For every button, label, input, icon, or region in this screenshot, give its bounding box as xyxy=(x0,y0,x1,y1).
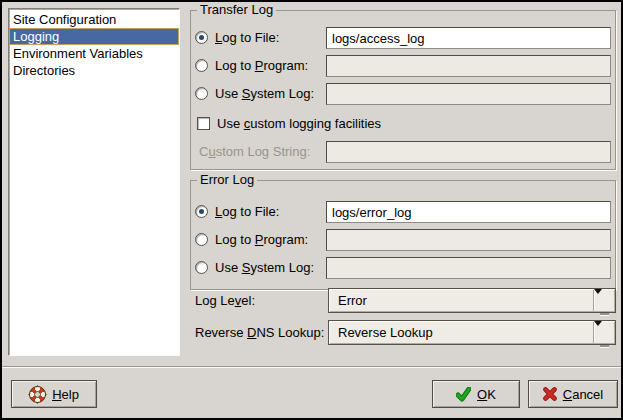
custom-logging-row: Use custom logging facilities xyxy=(195,115,609,133)
dropdown-arrow-icon xyxy=(593,322,614,343)
error-use-system-log-label[interactable]: Use System Log: xyxy=(215,260,314,275)
ok-check-icon xyxy=(456,387,471,402)
transfer-log-file-input[interactable]: logs/access_log xyxy=(326,27,611,49)
transfer-log-to-file-radio[interactable] xyxy=(195,31,208,44)
ok-button-label: OK xyxy=(477,387,496,402)
error-log-program-input xyxy=(326,229,611,251)
custom-log-string-row: Custom Log String: xyxy=(195,141,609,163)
transfer-use-system-log-label[interactable]: Use System Log: xyxy=(215,86,314,101)
error-use-system-log-row: Use System Log: xyxy=(195,257,609,279)
error-log-to-file-row: Log to File: logs/error_log xyxy=(195,201,609,223)
error-log-to-program-row: Log to Program: xyxy=(195,229,609,251)
transfer-log-group: Transfer Log Log to File: logs/access_lo… xyxy=(190,10,616,170)
transfer-log-to-program-label[interactable]: Log to Program: xyxy=(215,58,308,73)
transfer-system-log-input xyxy=(326,83,611,105)
logging-settings-dialog: Site Configuration Logging Environment V… xyxy=(0,0,623,420)
transfer-use-system-log-radio[interactable] xyxy=(195,87,208,100)
sidebar-item-site-configuration[interactable]: Site Configuration xyxy=(9,11,179,28)
log-level-dropdown[interactable]: Error xyxy=(328,288,616,313)
help-button[interactable]: Help xyxy=(11,380,97,408)
reverse-dns-label: Reverse DNS Lookup: xyxy=(195,320,324,345)
sidebar-item-environment-variables[interactable]: Environment Variables xyxy=(9,45,179,62)
custom-log-string-label: Custom Log String: xyxy=(199,144,310,159)
error-use-system-log-radio[interactable] xyxy=(195,261,208,274)
error-log-title: Error Log xyxy=(197,172,257,188)
use-custom-logging-label[interactable]: Use custom logging facilities xyxy=(217,116,381,131)
dropdown-arrow-icon xyxy=(593,290,614,311)
transfer-log-to-file-label[interactable]: Log to File: xyxy=(215,30,279,45)
transfer-log-program-input xyxy=(326,55,611,77)
error-log-group: Error Log Log to File: logs/error_log Lo… xyxy=(190,180,616,290)
transfer-log-to-program-radio[interactable] xyxy=(195,59,208,72)
help-button-label: Help xyxy=(52,387,79,402)
error-log-to-file-radio[interactable] xyxy=(195,205,208,218)
error-log-to-file-label[interactable]: Log to File: xyxy=(215,204,279,219)
sidebar-item-directories[interactable]: Directories xyxy=(9,62,179,79)
button-area-separator xyxy=(2,366,621,368)
category-list: Site Configuration Logging Environment V… xyxy=(8,8,180,356)
transfer-log-to-file-row: Log to File: logs/access_log xyxy=(195,27,609,49)
error-log-file-input[interactable]: logs/error_log xyxy=(326,201,611,223)
custom-log-string-input xyxy=(326,141,611,163)
sidebar-item-logging[interactable]: Logging xyxy=(9,28,179,45)
transfer-use-system-log-row: Use System Log: xyxy=(195,83,609,105)
ok-button[interactable]: OK xyxy=(432,380,520,408)
error-log-to-program-label[interactable]: Log to Program: xyxy=(215,232,308,247)
help-lifebuoy-icon xyxy=(29,386,46,403)
log-level-label: Log Level: xyxy=(195,288,255,313)
use-custom-logging-checkbox[interactable] xyxy=(197,117,210,130)
error-log-to-program-radio[interactable] xyxy=(195,233,208,246)
error-system-log-input xyxy=(326,257,611,279)
cancel-x-icon xyxy=(543,387,557,401)
reverse-dns-dropdown[interactable]: Reverse Lookup xyxy=(328,320,616,345)
transfer-log-to-program-row: Log to Program: xyxy=(195,55,609,77)
cancel-button-label: Cancel xyxy=(563,387,603,402)
dialog-body: Site Configuration Logging Environment V… xyxy=(2,2,621,418)
log-level-value: Error xyxy=(338,293,367,308)
cancel-button[interactable]: Cancel xyxy=(528,380,618,408)
transfer-log-title: Transfer Log xyxy=(197,2,276,18)
reverse-dns-value: Reverse Lookup xyxy=(338,325,433,340)
